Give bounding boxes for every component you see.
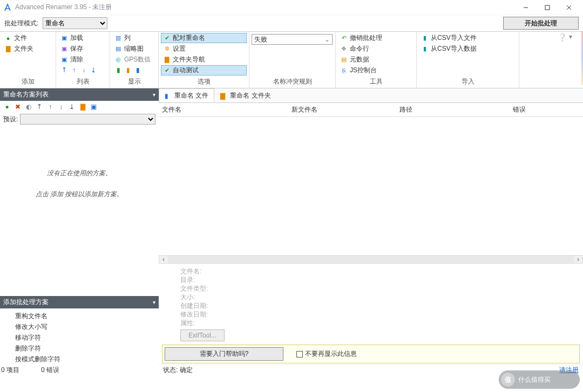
load-icon: ▣ (60, 35, 68, 42)
preset-select[interactable] (20, 114, 155, 125)
horizontal-scrollbar[interactable]: ‹ › (159, 255, 583, 264)
move-down-icon[interactable]: ↓ (57, 103, 65, 111)
tab-rename-folders[interactable]: ▇ 重命名 文件夹 (214, 88, 276, 102)
opt-folder-nav-button[interactable]: ▇文件夹导航 (161, 54, 247, 65)
tool-meta-button[interactable]: ▤元数据 (338, 54, 414, 65)
move-up-icon[interactable]: ↑ (46, 103, 54, 111)
sort-down-icon[interactable]: ↓ (80, 66, 87, 74)
show-thumbs-button[interactable]: ▤缩略图 (112, 44, 156, 54)
add-file-button[interactable]: ●文件 (2, 33, 53, 43)
save-preset-icon[interactable]: ▣ (90, 103, 97, 111)
methods-pane-header: 重命名方案列表 ▾ (0, 88, 159, 101)
ribbon-label-list: 列表 (58, 75, 107, 88)
filter-icon[interactable]: ▮ (114, 66, 122, 74)
list-sort-icons: ⤒ ↑ ↓ ⤓ (58, 65, 107, 75)
method-item[interactable]: 按模式删除字符 (15, 354, 159, 365)
minimize-button[interactable] (515, 0, 537, 15)
close-button[interactable] (558, 0, 580, 15)
maximize-button[interactable] (537, 0, 558, 15)
opt-pair-rename-button[interactable]: ✔配对重命名 (161, 33, 247, 43)
add-folder-button[interactable]: ▇文件夹 (2, 44, 53, 54)
scroll-right-icon[interactable]: › (574, 256, 582, 263)
help-dropdown-icon[interactable]: ▾ (569, 33, 572, 40)
scroll-left-icon[interactable]: ‹ (159, 256, 168, 263)
add-method-header: 添加批处理方案 ▾ (0, 296, 159, 308)
opt-settings-button[interactable]: ✲设置 (161, 44, 247, 54)
need-help-button[interactable]: 需要入门帮助吗? (165, 347, 283, 361)
chevron-down-icon[interactable]: ▾ (153, 92, 155, 98)
dont-show-checkbox[interactable]: 不要再显示此信息 (296, 349, 357, 359)
tool-js-button[interactable]: ⎘JS控制台 (338, 65, 414, 75)
sort-up-icon[interactable]: ↑ (70, 66, 78, 74)
chevron-down-icon: ⌄ (324, 36, 330, 43)
status-value: 确定 (180, 366, 193, 375)
move-bottom-icon[interactable]: ⤓ (68, 103, 76, 111)
help-tip-bar: 需要入门帮助吗? 不要再显示此信息 (162, 345, 580, 363)
checkbox-icon (296, 351, 303, 357)
tool-undo-button[interactable]: ↶撤销批处理 (338, 33, 414, 43)
ribbon-label-conflict: 名称冲突规则 (252, 75, 333, 88)
ribbon-group-import: ▮从CSV导入文件 ▮从CSV导入数据 导入 (417, 32, 519, 88)
move-top-icon[interactable]: ⤒ (36, 103, 43, 111)
folder-icon: ▇ (4, 45, 12, 53)
methods-empty-body: 没有正在使用的方案。 点击 添加 按钮以添加新方案。 (0, 126, 159, 296)
method-item[interactable]: 重构文件名 (15, 311, 159, 321)
file-info-panel: 文件名: 目录: 文件类型: 大小: 创建日期: 修改日期: 属性: ExifT… (159, 264, 583, 345)
ribbon-group-help: ❔ ▾ (519, 32, 583, 88)
method-list: 重构文件名 修改大小写 移动字符 删除字符 按模式删除字符 (0, 308, 159, 365)
svg-rect-1 (545, 5, 550, 10)
sort-top-icon[interactable]: ⤒ (60, 66, 68, 74)
file-grid[interactable] (159, 117, 583, 255)
ribbon-label-show: 显示 (112, 75, 156, 88)
import-csv-data-button[interactable]: ▮从CSV导入数据 (419, 44, 517, 54)
ribbon-label-add: 添加 (2, 75, 53, 88)
list-save-button[interactable]: ▣保存 (58, 44, 107, 54)
opt-auto-test-button[interactable]: ✔自动测试 (161, 65, 247, 75)
conflict-rule-select[interactable]: 失败⌄ (252, 34, 333, 45)
thumbs-icon: ▤ (114, 45, 122, 53)
help-icon[interactable]: ❔ (558, 33, 567, 42)
empty-message-1: 没有正在使用的方案。 (47, 169, 112, 178)
show-columns-button[interactable]: ▥列 (112, 33, 156, 43)
view-icon[interactable]: ▮ (134, 66, 141, 74)
file-icon: ▮ (165, 92, 172, 100)
col-newname[interactable]: 新文件名 (288, 105, 396, 114)
chevron-down-icon[interactable]: ▾ (153, 299, 155, 305)
tab-rename-files[interactable]: ▮ 重命名 文件 (159, 88, 214, 102)
clear-icon: ▣ (60, 56, 68, 64)
ribbon-group-options: ✔配对重命名 ✲设置 ▇文件夹导航 ✔自动测试 选项 (159, 32, 249, 88)
scrollbar-track[interactable] (168, 256, 574, 263)
batch-mode-label: 批处理模式: (4, 19, 38, 28)
batch-mode-select[interactable]: 重命名 (43, 17, 107, 29)
method-item[interactable]: 移动字符 (15, 332, 159, 343)
columns-icon: ▥ (114, 35, 122, 42)
start-batch-button[interactable]: 开始批处理 (503, 17, 579, 30)
window-title: Advanced Renamer 3.95 - 未注册 (15, 3, 515, 12)
sort-bottom-icon[interactable]: ⤓ (90, 66, 97, 74)
show-gps-button[interactable]: ◎GPS数值 (112, 54, 156, 65)
remove-method-icon[interactable]: ✖ (14, 103, 22, 111)
info-size: 大小: (180, 293, 583, 301)
info-type: 文件类型: (180, 284, 583, 293)
folder-nav-icon: ▇ (163, 56, 171, 64)
exiftool-button[interactable]: ExifTool... (180, 329, 225, 341)
add-method-panel: 添加批处理方案 ▾ 重构文件名 修改大小写 移动字符 删除字符 按模式删除字符 (0, 296, 159, 365)
import-csv-file-button[interactable]: ▮从CSV导入文件 (419, 33, 517, 43)
toggle-method-icon[interactable]: ◐ (25, 103, 32, 111)
ribbon-label-import: 导入 (419, 75, 517, 88)
method-item[interactable]: 修改大小写 (15, 321, 159, 332)
undo-icon: ↶ (340, 35, 348, 42)
tool-cmd-button[interactable]: ❖命令行 (338, 44, 414, 54)
gear-icon: ✲ (163, 45, 171, 53)
main-body: 重命名方案列表 ▾ ● ✖ ◐ ⤒ ↑ ↓ ⤓ ▇ ▣ 预设: 没有正在使用的方… (0, 88, 583, 375)
open-preset-icon[interactable]: ▇ (79, 103, 86, 111)
list-clear-button[interactable]: ▣清除 (58, 54, 107, 65)
col-path[interactable]: 路径 (396, 105, 510, 114)
col-error[interactable]: 错误 (510, 105, 583, 114)
grid-icon[interactable]: ▮ (124, 66, 132, 74)
col-filename[interactable]: 文件名 (159, 105, 288, 114)
add-method-icon[interactable]: ● (3, 103, 11, 111)
list-load-button[interactable]: ▣加载 (58, 33, 107, 43)
method-item[interactable]: 删除字符 (15, 343, 159, 354)
preset-row: 预设: (0, 113, 159, 126)
